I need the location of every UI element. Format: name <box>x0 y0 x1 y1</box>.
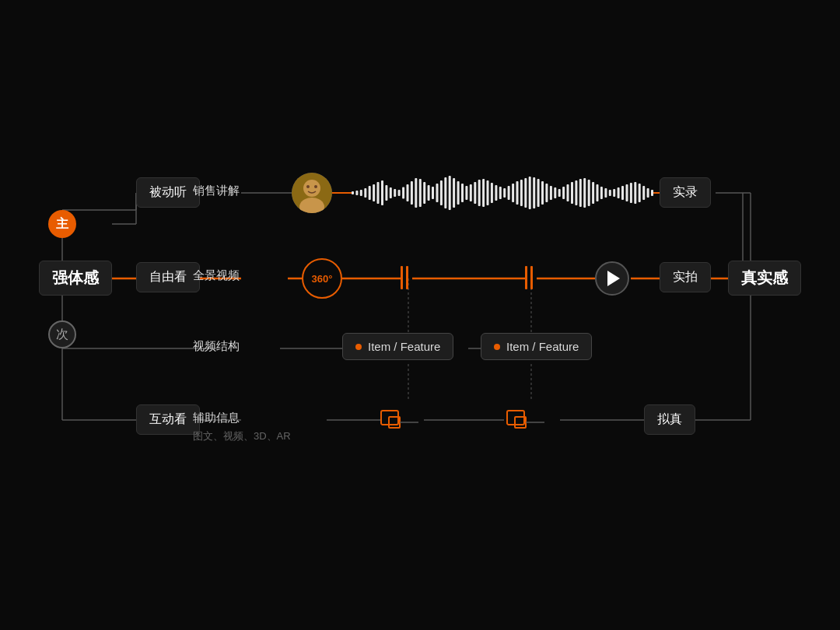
svg-rect-74 <box>474 182 476 204</box>
zhuyao-circle: 主 <box>48 210 76 238</box>
shipai-node: 实拍 <box>660 262 711 292</box>
item-feature-2-text: Item / Feature <box>506 340 579 353</box>
svg-rect-60 <box>415 178 417 208</box>
svg-rect-95 <box>562 187 565 199</box>
ciyao-label: 次 <box>56 327 68 343</box>
play-triangle-icon <box>607 271 620 286</box>
svg-rect-111 <box>630 183 632 203</box>
ar-icon-1 <box>380 403 422 437</box>
svg-rect-84 <box>516 181 519 205</box>
avatar <box>292 173 332 213</box>
svg-rect-116 <box>651 190 653 196</box>
svg-rect-64 <box>432 187 434 199</box>
pause-mark-1 <box>401 266 408 289</box>
nizhen-node: 拟真 <box>644 404 695 435</box>
svg-rect-101 <box>588 180 590 206</box>
svg-rect-68 <box>449 176 451 210</box>
svg-rect-73 <box>470 184 472 201</box>
svg-rect-89 <box>537 179 540 207</box>
svg-rect-53 <box>385 185 387 201</box>
svg-rect-61 <box>419 179 422 207</box>
svg-rect-65 <box>436 184 439 202</box>
waveform-svg <box>352 171 653 215</box>
svg-rect-50 <box>373 184 375 201</box>
pause-mark-2 <box>525 266 533 289</box>
svg-rect-98 <box>575 180 577 205</box>
svg-rect-78 <box>491 183 493 203</box>
svg-rect-87 <box>529 177 531 209</box>
svg-rect-58 <box>407 184 409 201</box>
dot-orange-1 <box>355 344 362 350</box>
svg-rect-92 <box>550 186 552 200</box>
hudongkan-label: 互动看 <box>149 411 187 428</box>
play-button[interactable] <box>595 261 629 296</box>
svg-rect-105 <box>604 188 607 198</box>
svg-rect-49 <box>369 186 371 200</box>
icon-360: 360° <box>302 258 342 299</box>
svg-rect-96 <box>567 184 569 201</box>
svg-point-43 <box>306 185 310 188</box>
svg-rect-47 <box>360 190 362 196</box>
svg-rect-104 <box>600 187 603 199</box>
svg-rect-66 <box>440 180 443 205</box>
item-feature-tag-2: Item / Feature <box>481 333 592 360</box>
zhenshigan-label: 真实感 <box>741 268 788 289</box>
svg-rect-57 <box>402 187 404 199</box>
svg-rect-100 <box>583 178 586 208</box>
nizhen-label: 拟真 <box>657 411 682 428</box>
ziyoukan-label: 自由看 <box>149 269 187 285</box>
item-feature-1-text: Item / Feature <box>368 340 440 353</box>
ziyoukan-node: 自由看 <box>136 262 200 292</box>
svg-rect-114 <box>642 186 645 200</box>
zhuyao-label: 主 <box>56 216 68 233</box>
icon-360-text: 360° <box>312 273 333 285</box>
svg-rect-56 <box>398 190 401 196</box>
svg-rect-52 <box>381 180 383 205</box>
svg-rect-75 <box>478 180 481 206</box>
svg-rect-70 <box>457 181 460 205</box>
svg-rect-94 <box>558 189 561 197</box>
svg-rect-54 <box>390 187 392 198</box>
svg-rect-62 <box>423 182 425 204</box>
item-feature-tag-1: Item / Feature <box>342 333 453 360</box>
svg-rect-69 <box>453 178 455 208</box>
svg-rect-86 <box>524 178 527 208</box>
svg-rect-77 <box>487 180 489 205</box>
svg-rect-79 <box>495 185 497 201</box>
lines-svg <box>0 0 840 630</box>
waveform <box>352 171 653 215</box>
svg-point-44 <box>314 185 317 188</box>
svg-rect-112 <box>634 182 636 204</box>
svg-rect-83 <box>512 184 514 202</box>
tuwenvideo-label: 图文、视频、3D、AR <box>193 429 291 443</box>
svg-rect-82 <box>508 186 510 200</box>
fuzhuxinxi-label: 辅助信息 <box>193 411 240 425</box>
svg-rect-85 <box>520 180 523 206</box>
videojiegou-label: 视频结构 <box>193 339 240 354</box>
svg-rect-45 <box>352 191 354 194</box>
svg-rect-90 <box>541 181 544 205</box>
beidongting-label: 被动听 <box>149 184 187 201</box>
qiangtiggan-node: 强体感 <box>39 261 112 296</box>
svg-rect-81 <box>503 188 506 198</box>
svg-rect-71 <box>461 184 464 202</box>
svg-rect-55 <box>394 189 396 197</box>
svg-rect-102 <box>592 182 594 204</box>
svg-rect-88 <box>533 177 535 208</box>
svg-rect-103 <box>597 184 599 201</box>
svg-rect-76 <box>482 179 485 207</box>
dot-orange-2 <box>494 344 500 350</box>
quanjing-label: 全景视频 <box>193 268 240 283</box>
svg-rect-67 <box>444 177 446 208</box>
svg-rect-93 <box>554 187 556 198</box>
svg-rect-72 <box>465 186 467 200</box>
svg-point-41 <box>303 180 320 197</box>
shipai-label: 实拍 <box>673 269 698 285</box>
beidongting-node: 被动听 <box>136 177 200 208</box>
svg-rect-99 <box>579 179 582 207</box>
hudongkan-node: 互动看 <box>136 404 200 435</box>
svg-rect-46 <box>355 191 358 195</box>
svg-rect-48 <box>364 188 366 198</box>
svg-rect-63 <box>428 185 430 201</box>
zhenshigan-node: 真实感 <box>728 261 801 296</box>
